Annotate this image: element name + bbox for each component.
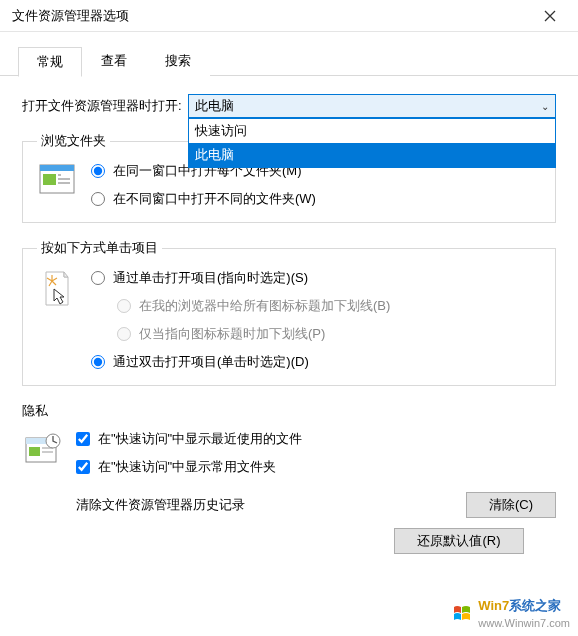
radio-single-click-input[interactable] — [91, 271, 105, 285]
open-with-selected: 此电脑 — [195, 97, 234, 115]
click-items-legend: 按如下方式单击项目 — [37, 239, 162, 257]
open-with-combo-wrap: 此电脑 ⌄ 快速访问 此电脑 — [188, 94, 556, 118]
check-recent-files-input[interactable] — [76, 432, 90, 446]
windows-logo-icon — [452, 603, 474, 625]
svg-rect-1 — [40, 165, 74, 171]
radio-underline-point: 仅当指向图标标题时加下划线(P) — [117, 325, 541, 343]
svg-rect-8 — [29, 447, 40, 456]
check-recent-files[interactable]: 在"快速访问"中显示最近使用的文件 — [76, 430, 556, 448]
option-this-pc[interactable]: 此电脑 — [189, 143, 555, 167]
radio-double-click-label: 通过双击打开项目(单击时选定)(D) — [113, 353, 309, 371]
radio-underline-point-input — [117, 327, 131, 341]
tabstrip: 常规 查看 搜索 — [0, 46, 578, 76]
privacy-legend: 隐私 — [22, 402, 556, 420]
svg-rect-4 — [58, 178, 70, 180]
radio-new-window-label: 在不同窗口中打开不同的文件夹(W) — [113, 190, 316, 208]
close-icon — [544, 10, 556, 22]
window-title: 文件资源管理器选项 — [12, 7, 530, 25]
titlebar: 文件资源管理器选项 — [0, 0, 578, 32]
check-recent-files-label: 在"快速访问"中显示最近使用的文件 — [98, 430, 302, 448]
watermark-domain: www.Winwin7.com — [478, 617, 570, 629]
clear-button[interactable]: 清除(C) — [466, 492, 556, 518]
check-frequent-folders-input[interactable] — [76, 460, 90, 474]
click-items-group: 按如下方式单击项目 通过单击打开项目(指向时选定)(S) 在我的浏览器中给所有图… — [22, 239, 556, 386]
radio-underline-browser-label: 在我的浏览器中给所有图标标题加下划线(B) — [139, 297, 390, 315]
open-with-dropdown: 快速访问 此电脑 — [188, 118, 556, 168]
chevron-down-icon: ⌄ — [541, 101, 549, 112]
radio-new-window[interactable]: 在不同窗口中打开不同的文件夹(W) — [91, 190, 541, 208]
open-with-combo[interactable]: 此电脑 ⌄ — [188, 94, 556, 118]
tab-general[interactable]: 常规 — [18, 47, 82, 77]
radio-double-click[interactable]: 通过双击打开项目(单击时选定)(D) — [91, 353, 541, 371]
radio-same-window-input[interactable] — [91, 164, 105, 178]
open-with-row: 打开文件资源管理器时打开: 此电脑 ⌄ 快速访问 此电脑 — [22, 94, 556, 118]
radio-double-click-input[interactable] — [91, 355, 105, 369]
watermark-brand1: Win7 — [478, 598, 509, 613]
privacy-group: 隐私 在"快速访问"中显示最近使用的文件 — [22, 402, 556, 518]
footer: 还原默认值(R) — [22, 528, 556, 554]
radio-single-click[interactable]: 通过单击打开项目(指向时选定)(S) — [91, 269, 541, 287]
clear-history-label: 清除文件资源管理器历史记录 — [76, 496, 245, 514]
radio-new-window-input[interactable] — [91, 192, 105, 206]
svg-rect-10 — [42, 451, 53, 453]
check-frequent-folders-label: 在"快速访问"中显示常用文件夹 — [98, 458, 276, 476]
check-frequent-folders[interactable]: 在"快速访问"中显示常用文件夹 — [76, 458, 556, 476]
watermark-brand2: 系统之家 — [509, 598, 561, 613]
radio-underline-browser: 在我的浏览器中给所有图标标题加下划线(B) — [117, 297, 541, 315]
restore-defaults-button[interactable]: 还原默认值(R) — [394, 528, 524, 554]
svg-rect-3 — [58, 174, 61, 176]
click-items-icon — [37, 269, 77, 371]
open-with-label: 打开文件资源管理器时打开: — [22, 97, 182, 115]
option-quick-access[interactable]: 快速访问 — [189, 119, 555, 143]
tab-search[interactable]: 搜索 — [146, 46, 210, 76]
radio-single-click-label: 通过单击打开项目(指向时选定)(S) — [113, 269, 308, 287]
browse-folders-legend: 浏览文件夹 — [37, 132, 110, 150]
privacy-icon — [22, 430, 62, 518]
browse-folders-icon — [37, 162, 77, 208]
svg-rect-2 — [43, 174, 56, 185]
watermark: Win7系统之家 www.Winwin7.com — [452, 597, 570, 630]
clear-history-row: 清除文件资源管理器历史记录 清除(C) — [76, 492, 556, 518]
radio-underline-point-label: 仅当指向图标标题时加下划线(P) — [139, 325, 325, 343]
tab-view[interactable]: 查看 — [82, 46, 146, 76]
close-button[interactable] — [530, 2, 570, 30]
tab-content: 打开文件资源管理器时打开: 此电脑 ⌄ 快速访问 此电脑 浏览文件夹 — [0, 76, 578, 554]
radio-underline-browser-input — [117, 299, 131, 313]
svg-rect-5 — [58, 182, 70, 184]
